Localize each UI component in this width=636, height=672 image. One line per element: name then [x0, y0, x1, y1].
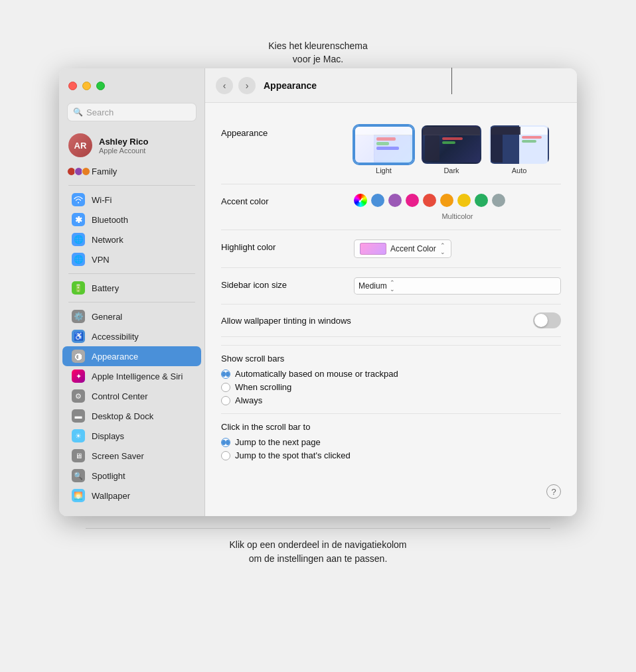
siri-icon: ✦: [72, 370, 85, 383]
network-icon: 🌐: [72, 233, 85, 246]
appearance-row-label: Appearance: [221, 125, 354, 138]
scroll-scrolling-item[interactable]: When scrolling: [221, 382, 561, 392]
battery-icon: 🔋: [72, 281, 85, 295]
main-title: Appearance: [264, 80, 317, 91]
highlight-swatch: [360, 243, 386, 255]
auto-label: Auto: [512, 167, 527, 174]
tooltip-top: Kies het kleurenschema voor je Mac.: [86, 40, 550, 66]
appearance-auto-card[interactable]: Auto: [489, 125, 549, 174]
highlight-color-control: Accent Color ⌃⌄: [354, 239, 561, 258]
help-button[interactable]: ?: [546, 484, 561, 499]
accent-yellow[interactable]: [457, 194, 471, 207]
accent-green[interactable]: [475, 194, 488, 207]
accent-pink[interactable]: [406, 194, 419, 207]
scroll-always-radio[interactable]: [221, 396, 230, 405]
sidebar-item-vpn[interactable]: 🌐 VPN: [62, 249, 201, 269]
sidebar-item-network[interactable]: 🌐 Network: [62, 230, 201, 249]
wallpaper-icon: 🌅: [72, 489, 85, 502]
displays-icon: ☀: [72, 429, 85, 442]
sidebar-item-label-appearance: Appearance: [92, 352, 138, 362]
click-spot-radio[interactable]: [221, 451, 230, 460]
sidebar-item-wallpaper[interactable]: 🌅 Wallpaper: [62, 486, 201, 505]
wallpaper-tinting-toggle[interactable]: [533, 312, 561, 328]
accent-red[interactable]: [423, 194, 436, 207]
scroll-auto-radio[interactable]: [221, 370, 230, 379]
appearance-dark-card[interactable]: Dark: [422, 125, 481, 174]
accent-purple[interactable]: [388, 194, 402, 207]
wifi-icon: [72, 193, 85, 206]
sidebar-item-wifi[interactable]: Wi-Fi: [62, 190, 201, 210]
accent-graphite[interactable]: [492, 194, 505, 207]
light-preview: [354, 125, 414, 164]
sidebar-item-appearance[interactable]: ◑ Appearance: [62, 346, 201, 366]
sidebar-item-label-family: Family: [92, 167, 117, 176]
sidebar-item-label-spotlight: Spotlight: [92, 471, 125, 481]
sidebar-icon-size-control: Medium ⌃⌄: [354, 277, 561, 295]
sidebar-icon-size-value: Medium: [358, 281, 387, 291]
highlight-dropdown-arrow: ⌃⌄: [440, 242, 445, 255]
sidebar: 🔍 Search AR Ashley Rico Apple Account: [59, 68, 205, 516]
screen-saver-icon: 🖥: [72, 449, 85, 462]
forward-button[interactable]: ›: [238, 77, 256, 94]
sidebar-item-displays[interactable]: ☀ Displays: [62, 426, 201, 446]
appearance-light-card[interactable]: Light: [354, 125, 414, 174]
sidebar-item-accessibility[interactable]: ♿ Accessibility: [62, 326, 201, 346]
click-next-page-item[interactable]: Jump to the next page: [221, 437, 561, 447]
sidebar-item-control-center[interactable]: ⚙ Control Center: [62, 386, 201, 406]
sidebar-item-battery[interactable]: 🔋 Battery: [62, 278, 201, 298]
close-button[interactable]: [68, 82, 77, 90]
sidebar-item-desktop-dock[interactable]: ▬ Desktop & Dock: [62, 406, 201, 426]
sidebar-divider-1: [68, 185, 195, 186]
accent-multicolor[interactable]: ✓: [354, 194, 367, 207]
sidebar-icon-size-dropdown[interactable]: Medium ⌃⌄: [354, 277, 561, 295]
desktop-dock-icon: ▬: [72, 409, 85, 423]
accent-orange[interactable]: [440, 194, 453, 207]
sidebar-item-general[interactable]: ⚙️ General: [62, 306, 201, 326]
search-bar[interactable]: 🔍 Search: [67, 103, 197, 121]
sidebar-divider-2: [68, 273, 195, 274]
back-button[interactable]: ‹: [216, 77, 233, 94]
click-scroll-group: Click in the scroll bar to Jump to the n…: [221, 422, 561, 460]
dark-preview: [422, 125, 481, 164]
sidebar-item-screen-saver[interactable]: 🖥 Screen Saver: [62, 446, 201, 466]
wallpaper-tinting-label: Allow wallpaper tinting in windows: [221, 316, 354, 326]
sidebar-item-family[interactable]: Family: [62, 161, 201, 181]
section-sep-2: [221, 413, 561, 414]
sidebar-item-label-desktop-dock: Desktop & Dock: [92, 411, 153, 421]
sidebar-item-spotlight[interactable]: 🔍 Spotlight: [62, 466, 201, 486]
vpn-icon: 🌐: [72, 253, 85, 266]
scroll-auto-item[interactable]: Automatically based on mouse or trackpad: [221, 369, 561, 379]
spotlight-icon: 🔍: [72, 469, 85, 482]
scroll-bars-radio-group: Automatically based on mouse or trackpad…: [221, 369, 561, 405]
sidebar-item-label-accessibility: Accessibility: [92, 332, 139, 342]
sidebar-item-label-general: General: [92, 312, 122, 322]
highlight-color-label: Highlight color: [221, 239, 354, 252]
main-content: ‹ › Appearance Appearance: [205, 68, 577, 516]
scroll-always-item[interactable]: Always: [221, 395, 561, 405]
general-icon: ⚙️: [72, 310, 85, 323]
click-next-page-radio[interactable]: [221, 438, 230, 447]
sidebar-item-user[interactable]: AR Ashley Rico Apple Account: [59, 129, 204, 161]
sidebar-item-label-network: Network: [92, 235, 123, 245]
content-area: Appearance Light: [205, 103, 577, 516]
click-spot-item[interactable]: Jump to the spot that's clicked: [221, 450, 561, 460]
accent-blue[interactable]: [371, 194, 384, 207]
maximize-button[interactable]: [96, 82, 105, 90]
appearance-options: Light Dark: [354, 125, 561, 174]
sidebar-item-siri[interactable]: ✦ Apple Intelligence & Siri: [62, 366, 201, 386]
sidebar-item-label-displays: Displays: [92, 431, 124, 441]
accent-selected-label: Multicolor: [354, 212, 561, 220]
scroll-scrolling-radio[interactable]: [221, 383, 230, 392]
sidebar-item-label-vpn: VPN: [92, 255, 110, 265]
bluetooth-icon: ✱: [72, 213, 85, 226]
user-name: Ashley Rico: [99, 137, 148, 147]
sidebar-item-bluetooth[interactable]: ✱ Bluetooth: [62, 210, 201, 230]
user-sub: Apple Account: [99, 147, 148, 155]
highlight-dropdown[interactable]: Accent Color ⌃⌄: [354, 239, 451, 258]
minimize-button[interactable]: [82, 82, 91, 90]
search-icon: 🔍: [73, 107, 83, 117]
sidebar-item-label-bluetooth: Bluetooth: [92, 215, 128, 225]
control-center-icon: ⚙: [72, 389, 85, 403]
sidebar-divider-3: [68, 302, 195, 302]
light-label: Light: [376, 167, 392, 174]
